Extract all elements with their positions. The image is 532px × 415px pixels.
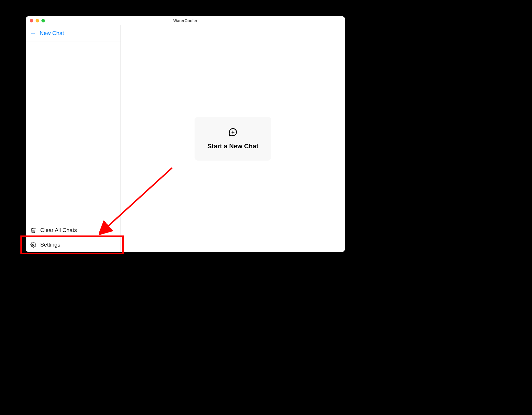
clear-all-chats-label: Clear All Chats [40,227,77,233]
minimize-window-button[interactable] [36,19,39,22]
sidebar: New Chat Clear All Chats [26,25,121,252]
sidebar-footer: Clear All Chats Settings [26,223,120,252]
titlebar: WaterCooler [26,16,345,25]
new-chat-button[interactable]: New Chat [26,25,120,41]
plus-icon [30,31,36,36]
start-new-chat-label: Start a New Chat [207,143,258,150]
window-body: New Chat Clear All Chats [26,25,345,252]
gear-icon [30,242,36,248]
main-area: Start a New Chat [121,25,345,252]
traffic-lights [26,19,45,22]
start-new-chat-card[interactable]: Start a New Chat [195,117,271,161]
trash-icon [30,227,36,233]
zoom-window-button[interactable] [41,19,45,22]
clear-all-chats-button[interactable]: Clear All Chats [26,223,120,238]
settings-button[interactable]: Settings [26,238,120,252]
svg-point-2 [33,244,34,246]
app-window: WaterCooler New Chat [26,16,345,252]
settings-label: Settings [40,242,60,248]
new-chat-label: New Chat [40,30,64,36]
chat-plus-icon [228,127,238,137]
chat-list [26,41,120,223]
window-title: WaterCooler [26,18,345,23]
close-window-button[interactable] [30,19,33,22]
